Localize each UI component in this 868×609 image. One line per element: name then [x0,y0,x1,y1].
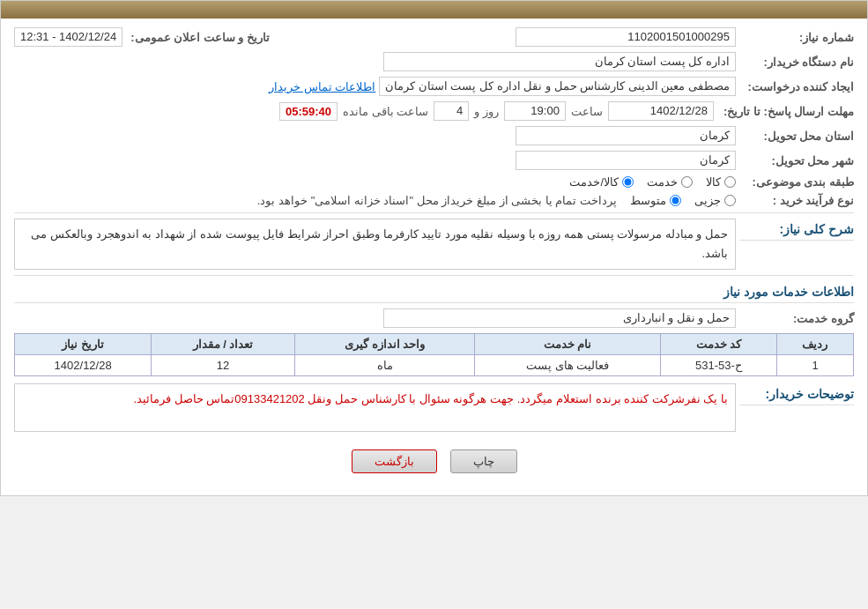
buyer-notes-label: توضیحات خریدار: [739,383,854,405]
need-number-value: 1102001501000295 [516,27,736,47]
process-note: پرداخت تمام یا بخشی از مبلغ خریداز محل "… [257,194,617,207]
category-options: کالا خدمت کالا/خدمت [569,175,736,189]
back-button[interactable]: بازگشت [352,449,437,473]
category-khedmat-label: خدمت [647,175,678,189]
page-title [1,1,867,19]
need-number-row: شماره نیاز: 1102001501000295 تاریخ و ساع… [14,27,854,47]
table-cell-quantity: 12 [152,355,294,376]
deadline-row: مهلت ارسال پاسخ: تا تاریخ: 1402/12/28 سا… [14,101,854,121]
province-label: استان محل تحویل: [739,130,854,143]
table-cell-name: فعالیت های پست [475,355,660,376]
process-option-motevaset: متوسط [630,194,681,207]
table-header-unit: واحد اندازه گیری [294,334,475,355]
city-value: کرمان [516,151,736,170]
category-radio-kala[interactable] [724,176,736,188]
services-table: ردیف کد خدمت نام خدمت واحد اندازه گیری ت… [14,333,854,376]
deadline-time-label: ساعت [571,105,603,118]
creator-row: ایجاد کننده درخواست: مصطفی معین الدینی ک… [14,77,854,96]
table-header-qty: تعداد / مقدار [152,334,294,355]
process-option-jozi: جزیی [694,194,736,207]
org-name-value: اداره کل پست استان کرمان [383,52,736,71]
buyer-notes-row: توضیحات خریدار: با یک نفرشرکت کننده برند… [14,383,854,432]
category-option-kala-khedmat: کالا/خدمت [569,175,634,189]
table-row: 1ح-53-531فعالیت های پستماه121402/12/28 [15,355,854,376]
deadline-label: مهلت ارسال پاسخ: تا تاریخ: [719,105,854,118]
description-value: حمل و مبادله مرسولات پستی همه روزه با وس… [14,219,736,270]
category-option-kala: کالا [706,175,736,189]
table-header-code: کد خدمت [660,334,776,355]
creator-contact-link[interactable]: اطلاعات تماس خریدار [269,80,375,93]
deadline-days-label: روز و [474,105,499,118]
city-row: شهر محل تحویل: کرمان [14,151,854,170]
process-options: جزیی متوسط پرداخت تمام یا بخشی از مبلغ خ… [257,194,736,207]
category-radio-khedmat[interactable] [681,176,693,188]
table-header-date: تاریخ نیاز [15,334,152,355]
buyer-notes-value: با یک نفرشرکت کننده برنده استعلام میگردد… [14,383,736,432]
deadline-remaining-label: ساعت باقی مانده [343,105,428,118]
description-section-label: شرح کلی نیاز: [739,219,854,241]
need-number-label: شماره نیاز: [739,31,854,44]
process-label: نوع فرآیند خرید : [739,194,854,207]
city-label: شهر محل تحویل: [739,154,854,167]
creator-value: مصطفی معین الدینی کارشناس حمل و نقل ادار… [379,77,736,96]
province-value: کرمان [516,126,736,145]
org-name-label: نام دستگاه خریدار: [739,56,854,69]
table-header-name: نام خدمت [475,334,660,355]
deadline-days: 4 [434,101,469,121]
announce-label: تاریخ و ساعت اعلان عمومی: [126,31,270,44]
category-label: طبقه بندی موضوعی: [739,175,854,189]
deadline-time: 19:00 [504,101,566,121]
table-cell-code: ح-53-531 [660,355,776,376]
process-radio-motevaset[interactable] [670,195,681,206]
table-cell-row: 1 [776,355,853,376]
print-button[interactable]: چاپ [450,449,517,473]
table-cell-unit: ماه [294,355,475,376]
category-kala-khedmat-label: کالا/خدمت [569,175,619,189]
announce-value: 1402/12/24 - 12:31 [14,27,122,47]
service-group-row: گروه خدمت: حمل و نقل و انبارداری [14,308,854,328]
service-group-label: گروه خدمت: [739,312,854,325]
category-kala-label: کالا [706,175,721,189]
process-jozi-label: جزیی [694,194,721,207]
org-name-row: نام دستگاه خریدار: اداره کل پست استان کر… [14,52,854,71]
creator-label: ایجاد کننده درخواست: [739,80,854,93]
process-motevaset-label: متوسط [630,194,666,207]
description-section: شرح کلی نیاز: حمل و مبادله مرسولات پستی … [14,219,854,270]
table-cell-date: 1402/12/28 [15,355,152,376]
service-group-value: حمل و نقل و انبارداری [383,308,736,328]
category-radio-kala-khedmat[interactable] [622,176,634,188]
category-row: طبقه بندی موضوعی: کالا خدمت کالا/خدمت [14,175,854,189]
deadline-date: 1402/12/28 [608,101,714,121]
services-section-label: اطلاعات خدمات مورد نیاز [14,281,854,303]
province-row: استان محل تحویل: کرمان [14,126,854,145]
deadline-remaining: 05:59:40 [279,102,338,121]
process-row: نوع فرآیند خرید : جزیی متوسط پرداخت تمام… [14,194,854,207]
table-header-row: ردیف [776,334,853,355]
process-radio-jozi[interactable] [724,195,736,206]
action-buttons: چاپ بازگشت [14,441,854,486]
category-option-khedmat: خدمت [647,175,693,189]
